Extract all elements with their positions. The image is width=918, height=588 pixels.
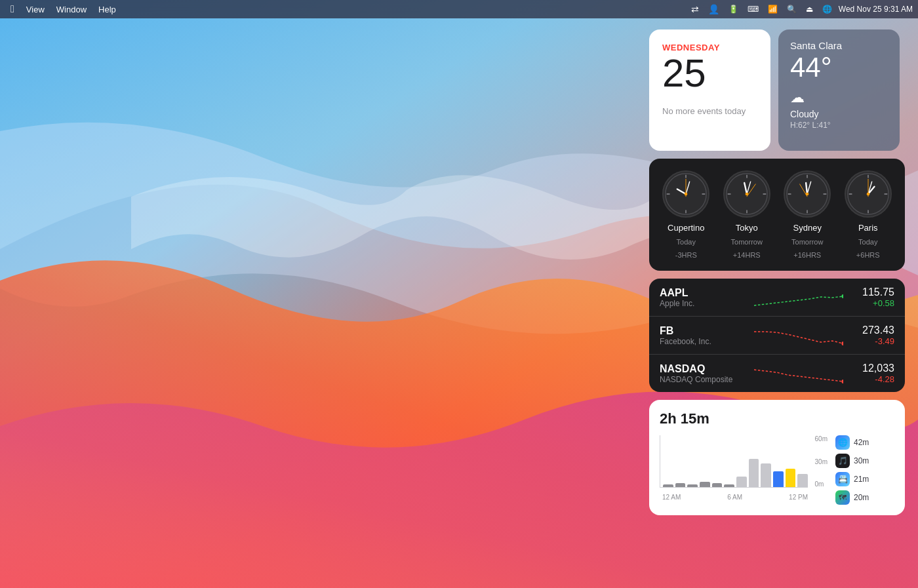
clock-day-sydney: Tomorrow bbox=[791, 238, 823, 246]
svg-point-37 bbox=[841, 294, 843, 298]
stock-ticker-aapl: AAPL bbox=[660, 287, 749, 299]
bar-chart-bar bbox=[786, 469, 796, 487]
menubar-right: ⇄ 👤 🔋 ⌨ 📶 🔍 ⏏ 🌐 Wed Nov 25 9:31 AM bbox=[688, 3, 913, 16]
clock-cupertino: Cupertino Today -3HRS bbox=[661, 170, 711, 259]
stock-chart-fb bbox=[754, 325, 843, 346]
calendar-date: 25 bbox=[662, 54, 757, 93]
clock-day-paris: Today bbox=[858, 238, 877, 246]
y-label-0: 0m bbox=[815, 480, 828, 488]
accessibility-icon[interactable]: 🌐 bbox=[820, 3, 835, 15]
stocks-widget: AAPL Apple Inc. 115.75 +0.58 FB Facebook… bbox=[649, 279, 905, 392]
bar-chart-bar bbox=[773, 471, 784, 487]
worldclock-widget: Cupertino Today -3HRS bbox=[649, 159, 905, 271]
svg-point-39 bbox=[841, 380, 843, 383]
clock-day-tokyo: Tomorrow bbox=[731, 238, 763, 246]
bar-chart-bar bbox=[675, 483, 686, 487]
calendar-empty-message: No more events today bbox=[662, 106, 757, 116]
stock-price-fb: 273.43 -3.49 bbox=[848, 324, 894, 346]
stock-info-fb: FB Facebook, Inc. bbox=[660, 325, 749, 346]
stock-chart-nasdaq bbox=[754, 363, 843, 384]
clock-face-sydney bbox=[784, 170, 831, 218]
weather-widget: Santa Clara 44° ☁ Cloudy H:62° L:41° bbox=[778, 29, 900, 151]
app-usage-contacts: 📇 21m bbox=[835, 472, 894, 486]
app-icon-contacts: 📇 bbox=[835, 472, 850, 486]
app-time-contacts: 21m bbox=[854, 475, 869, 484]
app-icon-safari: 🌐 bbox=[835, 435, 850, 450]
clock-city-sydney: Sydney bbox=[793, 223, 822, 233]
keyboard-icon[interactable]: ⌨ bbox=[745, 3, 761, 15]
app-usage-music: 🎵 30m bbox=[835, 454, 894, 468]
stock-row-nasdaq: NASDAQ NASDAQ Composite 12,033 -4.28 bbox=[649, 355, 905, 392]
sync-icon[interactable]: ⇄ bbox=[688, 3, 702, 16]
clock-city-cupertino: Cupertino bbox=[668, 223, 704, 233]
user-icon[interactable]: 👤 bbox=[706, 3, 722, 16]
weather-temperature: 44° bbox=[790, 54, 888, 81]
stock-row-aapl: AAPL Apple Inc. 115.75 +0.58 bbox=[649, 279, 905, 317]
wifi-icon[interactable]: 📶 bbox=[765, 3, 780, 15]
menubar-window[interactable]: Window bbox=[51, 3, 92, 16]
stock-row-fb: FB Facebook, Inc. 273.43 -3.49 bbox=[649, 317, 905, 355]
clock-paris: Paris Today +6HRS bbox=[843, 170, 894, 259]
screentime-chart: 60m 30m 0m 12 AM 6 AM 12 PM bbox=[660, 435, 828, 505]
screentime-apps: 🌐 42m 🎵 30m 📇 21m 🗺 20m bbox=[835, 435, 894, 505]
clock-offset-tokyo: +14HRS bbox=[733, 251, 761, 259]
bar-chart-bar bbox=[797, 474, 808, 487]
stock-chart-aapl bbox=[754, 287, 843, 308]
stock-price-nasdaq: 12,033 -4.28 bbox=[848, 363, 894, 384]
svg-point-36 bbox=[866, 193, 869, 196]
bar-chart-area bbox=[660, 435, 808, 488]
menubar-left:  View Window Help bbox=[5, 2, 121, 16]
bar-chart-container: 60m 30m 0m 12 AM 6 AM 12 PM bbox=[660, 435, 828, 501]
x-label-12pm: 12 PM bbox=[789, 494, 808, 501]
clock-city-paris: Paris bbox=[858, 223, 878, 233]
stock-ticker-nasdaq: NASDAQ bbox=[660, 363, 749, 375]
clock-face-cupertino bbox=[662, 170, 709, 218]
svg-point-38 bbox=[841, 342, 843, 345]
apple-menu-icon[interactable]:  bbox=[5, 2, 20, 16]
clock-offset-cupertino: -3HRS bbox=[675, 251, 697, 259]
bar-chart-bar bbox=[761, 463, 771, 487]
bar-chart-x-labels: 12 AM 6 AM 12 PM bbox=[660, 494, 808, 501]
weather-condition-icon: ☁ bbox=[790, 89, 888, 106]
calendar-widget: WEDNESDAY 25 No more events today bbox=[649, 29, 770, 151]
screentime-total: 2h 15m bbox=[660, 410, 894, 427]
clock-offset-sydney: +16HRS bbox=[793, 251, 821, 259]
svg-point-18 bbox=[745, 193, 748, 196]
bar-chart-y-labels: 60m 30m 0m bbox=[815, 435, 828, 488]
bar-chart-bar bbox=[687, 484, 698, 487]
y-label-30: 30m bbox=[815, 458, 828, 465]
stock-name-nasdaq: NASDAQ Composite bbox=[660, 375, 749, 384]
bar-chart-bar bbox=[724, 484, 734, 487]
svg-point-27 bbox=[806, 193, 809, 196]
x-label-12am: 12 AM bbox=[662, 494, 681, 501]
app-usage-maps: 🗺 20m bbox=[835, 490, 894, 505]
bar-chart-bar bbox=[736, 477, 747, 487]
battery-icon[interactable]: 🔋 bbox=[726, 3, 741, 15]
weather-condition: Cloudy bbox=[790, 109, 888, 119]
menubar-view[interactable]: View bbox=[21, 3, 50, 16]
clock-tokyo: Tokyo Tomorrow +14HRS bbox=[722, 170, 772, 259]
stock-price-aapl: 115.75 +0.58 bbox=[848, 286, 894, 308]
svg-point-9 bbox=[685, 193, 688, 196]
clock-face-tokyo bbox=[723, 170, 770, 218]
menubar-help[interactable]: Help bbox=[93, 3, 121, 16]
app-usage-safari: 🌐 42m bbox=[835, 435, 894, 450]
weather-city: Santa Clara bbox=[790, 40, 888, 51]
app-time-safari: 42m bbox=[854, 438, 869, 447]
widgets-panel: WEDNESDAY 25 No more events today Santa … bbox=[649, 29, 905, 515]
bar-chart-bar bbox=[749, 459, 759, 487]
search-icon[interactable]: 🔍 bbox=[784, 3, 799, 15]
clock-day-cupertino: Today bbox=[677, 238, 696, 246]
weather-high-low: H:62° L:41° bbox=[790, 121, 888, 130]
x-label-6am: 6 AM bbox=[727, 494, 742, 501]
stock-info-nasdaq: NASDAQ NASDAQ Composite bbox=[660, 363, 749, 384]
clock-face-paris bbox=[845, 170, 892, 218]
cast-icon[interactable]: ⏏ bbox=[803, 3, 816, 15]
app-time-maps: 20m bbox=[854, 493, 869, 502]
widgets-top-row: WEDNESDAY 25 No more events today Santa … bbox=[649, 29, 905, 151]
app-icon-maps: 🗺 bbox=[835, 490, 850, 505]
menubar:  View Window Help ⇄ 👤 🔋 ⌨ 📶 🔍 ⏏ 🌐 Wed N… bbox=[0, 0, 918, 18]
screentime-widget: 2h 15m 60m 30m 0m 12 AM 6 AM 12 PM bbox=[649, 400, 905, 515]
stock-info-aapl: AAPL Apple Inc. bbox=[660, 287, 749, 308]
app-time-music: 30m bbox=[854, 456, 869, 465]
